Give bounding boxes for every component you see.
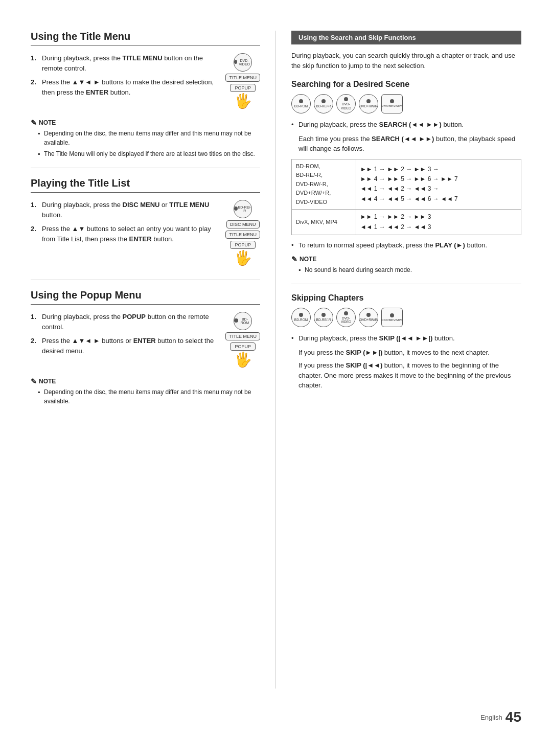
ptl-step-1: 1. During playback, press the DISC MENU … [31,200,220,220]
page-number: 45 [505,709,521,725]
popup-note-item-1: Depending on the disc, the menu items ma… [38,387,260,406]
disc-icon-dvdplusrw: DVD+RW/R [359,94,378,113]
step-number-2: 2. [31,77,40,87]
hand-icon: 🖐 [234,94,252,108]
playing-title-list-content: BD-RE/-R DISC MENU TITLE MENU POPUP 🖐 1.… [31,200,260,270]
step-1: 1. During playback, press the TITLE MENU… [31,53,220,73]
ptl-step-number-2: 2. [31,224,40,234]
skip-disc-icons: BD-ROM BD-RE/-R DVD-VIDEO DVD+RW/R [291,308,521,327]
skip-disc-icon-dvd-video: DVD-VIDEO [336,308,356,327]
table-row-2: DivX, MKV, MP4 ►► 1 → ►► 2 → ►► 3 ◄◄ 1 →… [292,210,521,235]
bd-rom-label: BD-ROM [238,317,252,325]
disc-icon-dvd-video: DVD-VIDEO [336,94,356,113]
skip-disc-icon-divx: DivX/MKV/MP4 [381,308,403,327]
popup-btn-3: POPUP [230,342,256,351]
skip-section: Skipping Chapters BD-ROM BD-RE/-R DVD-VI… [291,293,521,391]
popup-step-number-1: 1. [31,312,40,322]
title-menu-content: DVD-VIDEO TITLE MENU POPUP 🖐 1. During p… [31,53,260,113]
ptl-step-1-text: During playback, press the DISC MENU or … [42,200,220,220]
page-footer: English 45 [31,704,521,725]
popup-btn-2: POPUP [230,241,256,249]
skip-detail-2: If you press the SKIP (|◄◄) button, it m… [291,360,521,391]
title-menu-note-list: Depending on the disc, the menu items ma… [31,129,260,158]
footer-lang: English [480,714,502,721]
bd-rom-icon: BD-ROM [234,312,252,330]
title-menu-heading: Using the Title Menu [31,31,260,46]
dvd-video-icon: DVD-VIDEO [234,53,252,72]
step-number-1: 1. [31,53,40,63]
search-note-label: ✎ NOTE [291,255,521,263]
skip-detail-1: If you press the SKIP (►►|) button, it m… [291,348,521,358]
search-note: ✎ NOTE No sound is heard during search m… [291,255,521,274]
page: Using the Title Menu DVD-VIDEO TITLE MEN… [0,0,552,756]
popup-note-label: ✎ NOTE [31,377,260,385]
ptl-step-2: 2. Press the ▲▼ buttons to select an ent… [31,224,220,244]
title-menu-remote: DVD-VIDEO TITLE MENU POPUP 🖐 [225,53,260,108]
disc-icon-bd-rom: BD-ROM [291,94,311,113]
search-note-item-1: No sound is heard during search mode. [298,265,521,274]
table-cell-values-2: ►► 1 → ►► 2 → ►► 3 ◄◄ 1 → ◄◄ 2 → ◄◄ 3 [356,210,521,235]
disc-icon-bd-re-r: BD-RE/-R [314,94,333,113]
popup-menu-heading: Using the Popup Menu [31,289,260,305]
note-item-1: Depending on the disc, the menu items ma… [38,129,260,147]
intro-text: During playback, you can search quickly … [291,51,521,71]
return-normal-speed: To return to normal speed playback, pres… [291,240,521,250]
bd-re-r-icon: BD-RE/-R [234,200,252,218]
disc-icon-divx: DivX/MKV/MP4 [381,94,403,113]
title-menu-section: Using the Title Menu DVD-VIDEO TITLE MEN… [31,31,260,158]
title-menu-btn-3: TITLE MENU [225,332,260,340]
hand-icon-3: 🖐 [234,353,252,367]
playing-title-remote: BD-RE/-R DISC MENU TITLE MENU POPUP 🖐 [225,200,260,265]
popup-step-2-text: Press the ▲▼◄ ► buttons or ENTER button … [42,336,220,356]
step-1-text: During playback, press the TITLE MENU bu… [42,53,220,73]
ptl-step-number-1: 1. [31,200,40,210]
search-bullet-1: During playback, press the SEARCH (◄◄ ►►… [291,120,521,130]
note-label-1: ✎ NOTE [31,119,260,127]
note-item-2: The Title Menu will only be displayed if… [38,149,260,158]
table-row-1: BD-ROM,BD-RE/-R,DVD-RW/-R,DVD+RW/+R,DVD-… [292,159,521,210]
popup-note-list: Depending on the disc, the menu items ma… [31,387,260,406]
main-content: Using the Title Menu DVD-VIDEO TITLE MEN… [31,31,521,689]
step-2: 2. Press the ▲▼◄ ► buttons to make the d… [31,77,220,97]
hand-icon-2: 🖐 [234,251,252,265]
step-2-text: Press the ▲▼◄ ► buttons to make the desi… [42,77,220,97]
skip-bullet-1: During playback, press the SKIP (|◄◄ ►►|… [291,333,521,343]
search-section: Searching for a Desired Scene BD-ROM BD-… [291,80,521,274]
search-skip-header-box: Using the Search and Skip Functions [291,31,521,44]
popup-note-text: NOTE [39,378,56,385]
popup-note: ✎ NOTE Depending on the disc, the menu i… [31,377,260,406]
popup-menu-section: Using the Popup Menu BD-ROM TITLE MENU P… [31,289,260,406]
ptl-step-2-text: Press the ▲▼ buttons to select an entry … [42,224,220,244]
popup-menu-remote: BD-ROM TITLE MENU POPUP 🖐 [225,312,260,367]
search-speed-table: BD-ROM,BD-RE/-R,DVD-RW/-R,DVD+RW/+R,DVD-… [291,159,521,235]
divider-right-1 [291,284,521,284]
popup-step-1: 1. During playback, press the POPUP butt… [31,312,220,332]
note-icon-1: ✎ [31,119,37,127]
table-cell-values-1: ►► 1 → ►► 2 → ►► 3 → ►► 4 → ►► 5 → ►► 6 … [356,159,521,210]
table-cell-label-1: BD-ROM,BD-RE/-R,DVD-RW/-R,DVD+RW/+R,DVD-… [292,159,356,210]
popup-menu-content: BD-ROM TITLE MENU POPUP 🖐 1. During play… [31,312,260,372]
title-menu-btn-2: TITLE MENU [225,231,260,239]
search-disc-icons: BD-ROM BD-RE/-R DVD-VIDEO DVD+RW/R [291,94,521,113]
popup-step-2: 2. Press the ▲▼◄ ► buttons or ENTER butt… [31,336,220,356]
note-text-1: NOTE [39,119,56,126]
skip-disc-icon-bd-rom: BD-ROM [291,308,311,327]
popup-note-icon: ✎ [31,377,37,385]
popup-btn: POPUP [230,84,256,92]
playing-title-list-heading: Playing the Title List [31,177,260,193]
search-bullet-2: Each time you press the SEARCH (◄◄ ►►) b… [291,134,521,154]
skip-disc-icon-bd-re-r: BD-RE/-R [314,308,333,327]
left-column: Using the Title Menu DVD-VIDEO TITLE MEN… [31,31,276,689]
search-note-text: NOTE [300,256,316,263]
title-menu-note: ✎ NOTE Depending on the disc, the menu i… [31,119,260,158]
search-note-icon: ✎ [291,255,297,263]
search-heading: Searching for a Desired Scene [291,80,521,89]
popup-step-1-text: During playback, press the POPUP button … [42,312,220,332]
table-cell-label-2: DivX, MKV, MP4 [292,210,356,235]
right-column: Using the Search and Skip Functions Duri… [276,31,521,689]
popup-step-number-2: 2. [31,336,40,346]
playing-title-list-section: Playing the Title List BD-RE/-R DISC MEN… [31,177,260,270]
search-note-list: No sound is heard during search mode. [291,265,521,274]
skip-disc-icon-dvdplusrw: DVD+RW/R [359,308,378,327]
skip-heading: Skipping Chapters [291,293,521,303]
